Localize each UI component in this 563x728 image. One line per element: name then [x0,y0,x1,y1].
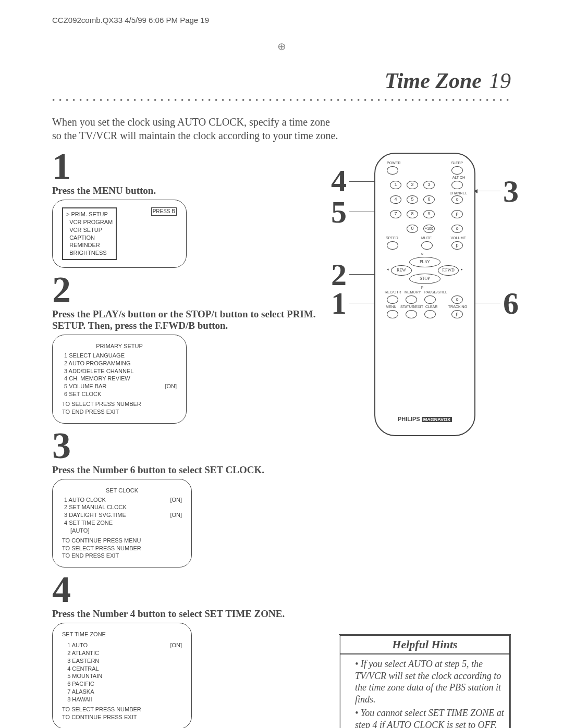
step-1-label: Press the MENU button. [52,185,318,196]
menu-item: VCR SETUP [69,227,102,233]
sleep-label: SLEEP [451,161,463,165]
hints-title: Helpful Hints [340,636,509,655]
mute-button [421,241,433,250]
num-8-button: 8 [407,210,418,218]
brand-label: PHILIPS MAGNAVOX [375,416,474,422]
page-number: 19 [489,69,511,93]
step-number: 4 [52,571,318,608]
primary-setup-screen: PRIMARY SETUP 1 SELECT LANGUAGE 2 AUTO P… [52,335,187,424]
num-4-button: 4 [390,195,401,204]
crop-mark-top: ⊕ [52,40,511,53]
clear-label: CLEAR [425,305,437,309]
remote-column: 4 3 5 2 1 6 POWER SLEEP ALT [339,147,511,728]
step-4-label: Press the Number 4 button to select SET … [52,608,318,620]
num-0-button: 0 [407,225,418,233]
menu-highlight: > PRIM. SETUP VCR PROGRAM VCR SETUP CAPT… [62,207,117,260]
plus100-button: +100 [423,225,435,233]
num-7-button: 7 [390,210,401,218]
remote-body: POWER SLEEP ALT CH 1 2 3 CHANNEL 4 5 6 o… [374,153,475,436]
menu-item: PRIM. SETUP [71,211,107,217]
num-5-button: 5 [407,195,418,204]
set-clock-screen: SET CLOCK 1 AUTO CLOCK[ON] 2 SET MANUAL … [52,479,192,568]
step-number: 1 [52,147,318,185]
mute-label: MUTE [421,236,432,240]
num-1-button: 1 [390,181,401,189]
ch-down-button: p [451,210,463,218]
play-button: PLAY [409,257,440,267]
screen-footer: TO CONTINUE PRESS MENU [62,537,182,545]
menu-item: REMINDER [69,242,100,248]
screen-footer: TO END PRESS EXIT [62,552,182,560]
step-number: 3 [52,427,318,464]
sleep-button [451,166,463,175]
rec-label: REC/OTR [385,290,401,294]
screen-title: SET TIME ZONE [62,631,182,638]
menu-item: BRIGHTNESS [69,250,107,256]
num-6-button: 6 [423,195,435,204]
press-badge: PRESS B [151,207,177,216]
rec-button [387,295,398,304]
rew-button: REW [391,265,412,276]
pause-button [424,295,436,304]
callout-4: 4 [331,163,347,199]
callout-5: 5 [331,194,347,230]
callout-3: 3 [503,174,519,209]
num-3-button: 3 [423,181,435,189]
clear-button [424,310,436,318]
menu-item: CAPTION [69,235,95,241]
manual-page: CCZ092comb.QX33 4/5/99 6:06 PM Page 19 ⊕… [0,0,563,728]
memory-label: MEMORY [405,290,421,294]
track-down-button: p [451,310,463,318]
stop-button: STOP [409,274,440,284]
memory-button [406,295,417,304]
step-2-label: Press the PLAY/s button or the STOP/t bu… [52,309,318,331]
screen-title: PRIMARY SETUP [62,342,177,350]
speed-label: SPEED [386,236,398,240]
screen-footer: TO SELECT PRESS NUMBER [62,706,182,713]
altch-label: ALT CH [452,176,465,179]
intro-text: When you set the clock using AUTO CLOCK,… [52,115,339,142]
track-up-button: o [451,295,463,304]
channel-label: CHANNEL [450,191,467,195]
hint-item: If you select AUTO at step 5, the TV/VCR… [355,658,505,705]
speed-button [387,241,398,250]
pause-label: PAUSE/STILL [424,290,447,294]
volume-label: VOLUME [450,236,466,240]
page-title: Time Zone [385,69,482,93]
tracking-label: TRACKING [448,305,467,309]
vol-down-button: p [451,241,463,250]
title-rule: • • • • • • • • • • • • • • • • • • • • … [52,96,511,105]
title-row: Time Zone 19 [52,68,511,93]
screen-footer: TO SELECT PRESS NUMBER [62,545,182,552]
status-exit-button [406,310,417,318]
screen-title: SET CLOCK [62,487,182,495]
menu-label: MENU [386,305,397,309]
screen-footer: TO END PRESS EXIT [62,408,177,416]
hint-item: You cannot select SET TIME ZONE at step … [355,707,505,728]
menu-screen: PRESS B > PRIM. SETUP VCR PROGRAM VCR SE… [52,200,187,268]
screen-footer: TO CONTINUE PRESS EXIT [62,713,182,721]
vol-button: o [451,225,463,233]
altch-button [451,181,463,189]
num-2-button: 2 [407,181,418,189]
num-9-button: 9 [423,210,435,218]
doc-header: CCZ092comb.QX33 4/5/99 6:06 PM Page 19 [52,16,511,24]
status-label: STATUS/EXIT [400,305,423,309]
step-number: 2 [52,271,318,309]
ffwd-button: F.FWD [438,265,459,276]
menu-button [387,310,398,318]
step-3-label: Press the Number 6 button to select SET … [52,464,318,476]
menu-item: VCR PROGRAM [69,219,113,225]
power-label: POWER [387,161,400,165]
helpful-hints-box: Helpful Hints If you select AUTO at step… [339,634,511,728]
callout-line [474,191,500,191]
screen-footer: TO SELECT PRESS NUMBER [62,400,177,408]
remote-illustration: 4 3 5 2 1 6 POWER SLEEP ALT [339,153,511,436]
ch-up-button: o [451,195,463,204]
power-button [387,166,398,175]
callout-6: 6 [503,286,519,322]
steps-column: 1 Press the MENU button. PRESS B > PRIM.… [52,147,318,728]
set-timezone-screen: SET TIME ZONE 1 AUTO[ON] 2 ATLANTIC 3 EA… [52,623,192,728]
callout-1: 1 [331,286,347,322]
